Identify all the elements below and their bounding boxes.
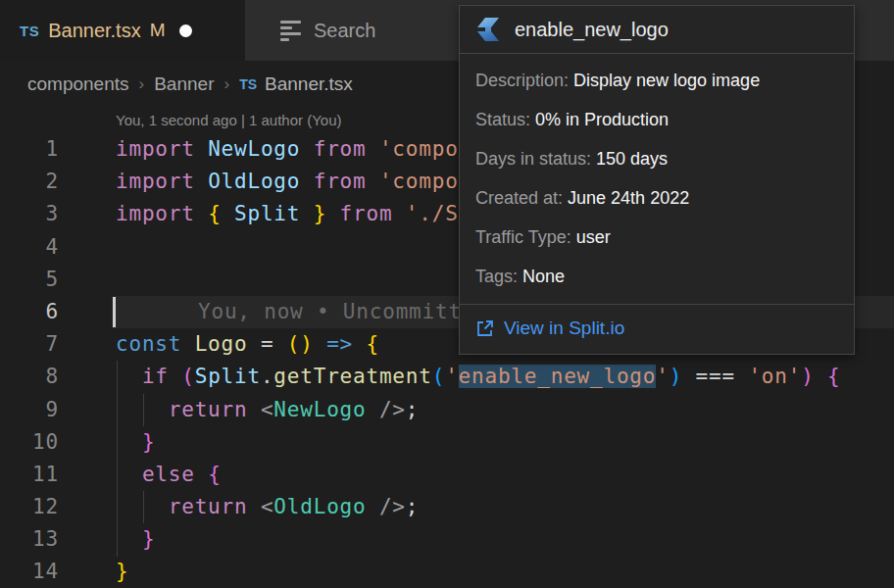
field-label: Tags: xyxy=(475,267,522,287)
code-line[interactable]: 12 return <OldLogo />; xyxy=(0,491,894,523)
code-token: Logo xyxy=(195,332,248,356)
code-token: < xyxy=(261,398,273,421)
line-number: 7 xyxy=(0,328,59,361)
code-line[interactable]: 8 if (Split.getTreatment('enable_new_log… xyxy=(0,361,894,393)
code-token xyxy=(815,365,827,388)
code-token: Split xyxy=(234,202,300,225)
line-number: 3 xyxy=(0,198,59,230)
code-token: 'compo xyxy=(379,137,459,161)
code-token xyxy=(195,202,208,225)
tab-banner-tsx[interactable]: TS Banner.tsx M xyxy=(0,0,245,61)
tab-filename: Banner.tsx xyxy=(48,20,141,42)
field-value: Display new logo image xyxy=(573,71,760,91)
line-number: 13 xyxy=(0,523,59,556)
text-cursor xyxy=(113,297,116,327)
code-line[interactable]: 13 } xyxy=(0,523,894,556)
code-token: NewLogo xyxy=(208,137,300,161)
code-token xyxy=(366,170,378,193)
code-token xyxy=(682,365,695,388)
code-token xyxy=(169,365,181,388)
view-in-split-label: View in Split.io xyxy=(504,318,624,339)
field-value: None xyxy=(522,267,565,287)
view-in-split-link[interactable]: View in Split.io xyxy=(460,305,854,354)
line-number: 8 xyxy=(0,361,59,393)
code-token xyxy=(247,398,260,421)
codelens-blame[interactable]: You, 1 second ago | 1 author (You) xyxy=(116,108,341,133)
breadcrumb-item-components[interactable]: components xyxy=(27,74,129,95)
code-token: enable_new_logo xyxy=(459,365,657,388)
tab-search-label: Search xyxy=(314,20,375,42)
field-label: Description: xyxy=(475,71,573,91)
tooltip-field-row: Days in status: 150 days xyxy=(475,139,838,178)
code-token: . xyxy=(261,365,273,388)
line-number: 12 xyxy=(0,491,59,523)
field-label: Traffic Type: xyxy=(475,227,576,248)
code-token xyxy=(735,365,748,388)
code-token: ; xyxy=(406,398,419,421)
typescript-file-icon: TS xyxy=(20,23,39,39)
search-editor-icon xyxy=(280,21,301,41)
code-token: ( xyxy=(432,365,445,388)
code-token: OldLogo xyxy=(273,495,366,518)
code-token xyxy=(116,365,142,388)
field-label: Days in status: xyxy=(475,149,596,170)
code-token xyxy=(116,398,169,421)
split-feature-flag-tooltip: enable_new_logo Description: Display new… xyxy=(459,5,855,355)
code-token: './S xyxy=(406,202,459,225)
code-line[interactable]: 11 else { xyxy=(0,459,894,491)
code-token: } xyxy=(142,527,155,551)
tab-search[interactable]: Search xyxy=(245,0,375,61)
code-token xyxy=(247,332,260,356)
code-line[interactable]: 10 } xyxy=(0,426,894,459)
breadcrumb-item-banner[interactable]: Banner xyxy=(154,74,214,95)
code-token: getTreatment xyxy=(273,365,431,388)
code-token xyxy=(116,527,142,551)
code-token xyxy=(326,202,339,225)
code-line[interactable]: 9 return <NewLogo />; xyxy=(0,394,894,426)
code-token: ) xyxy=(670,365,682,388)
code-line[interactable]: 14} xyxy=(0,556,894,588)
breadcrumb-item-file[interactable]: Banner.tsx xyxy=(265,74,353,95)
field-value: June 24th 2022 xyxy=(568,188,689,209)
field-value: 0% in Production xyxy=(535,110,669,130)
code-token xyxy=(181,332,194,356)
vscode-window: TS Banner.tsx M Search components › Bann… xyxy=(0,0,894,588)
code-token xyxy=(195,170,208,193)
code-token: ' xyxy=(445,365,458,388)
code-token: from xyxy=(340,202,393,225)
code-token xyxy=(353,332,366,356)
code-token xyxy=(300,202,313,225)
code-token xyxy=(300,170,313,193)
code-token: ) xyxy=(801,365,814,388)
chevron-right-icon: › xyxy=(224,74,229,94)
unsaved-changes-dot[interactable] xyxy=(179,24,192,37)
code-token: NewLogo xyxy=(273,398,366,421)
field-label: Status: xyxy=(475,110,535,130)
code-token: return xyxy=(169,398,248,421)
code-token: => xyxy=(326,332,353,356)
code-token: import xyxy=(116,170,195,193)
code-token xyxy=(222,202,234,225)
line-number: 5 xyxy=(0,264,59,296)
code-token: ' xyxy=(656,365,669,388)
line-number: 1 xyxy=(0,133,59,166)
typescript-file-icon: TS xyxy=(239,76,257,92)
code-token: { xyxy=(208,463,221,486)
split-io-logo-icon xyxy=(475,17,501,42)
field-label: Created at: xyxy=(475,188,568,209)
code-token xyxy=(195,463,208,486)
code-token: 'compo xyxy=(379,170,459,193)
line-number: 6 xyxy=(0,296,59,328)
code-token: ; xyxy=(406,495,419,518)
code-token xyxy=(392,202,405,225)
field-value: user xyxy=(576,227,611,248)
line-number: 9 xyxy=(0,394,59,426)
tooltip-field-row: Tags: None xyxy=(475,257,838,296)
tooltip-field-row: Status: 0% in Production xyxy=(475,100,838,139)
code-token: import xyxy=(116,137,195,161)
code-token: === xyxy=(696,365,735,388)
code-token xyxy=(116,430,142,454)
feature-flag-name: enable_new_logo xyxy=(515,19,669,41)
code-token: ( xyxy=(181,365,194,388)
code-token xyxy=(195,137,208,161)
